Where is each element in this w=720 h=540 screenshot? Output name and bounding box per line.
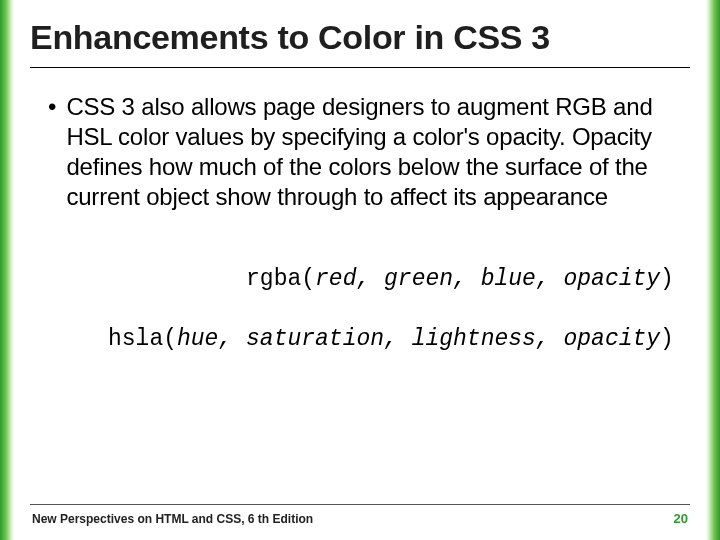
body-area: • CSS 3 also allows page designers to au…	[30, 92, 690, 354]
footer: New Perspectives on HTML and CSS, 6 th E…	[30, 504, 690, 526]
code-line-rgba: rgba(red, green, blue, opacity)	[48, 234, 680, 324]
code-args-hsla: hue, saturation, lightness, opacity	[177, 326, 660, 352]
content-area: Enhancements to Color in CSS 3 • CSS 3 a…	[30, 18, 690, 354]
bullet-text: CSS 3 also allows page designers to augm…	[66, 92, 680, 212]
right-edge-decoration	[706, 0, 720, 540]
slide-title: Enhancements to Color in CSS 3	[30, 18, 690, 68]
bullet-item: • CSS 3 also allows page designers to au…	[48, 92, 680, 212]
code-fn-hsla: hsla(	[108, 326, 177, 352]
left-edge-decoration	[0, 0, 14, 540]
footer-page-number: 20	[674, 511, 688, 526]
slide: Enhancements to Color in CSS 3 • CSS 3 a…	[0, 0, 720, 540]
code-close-rgba: )	[660, 266, 674, 292]
bullet-dot-icon: •	[48, 92, 56, 122]
code-fn-rgba: rgba(	[246, 266, 315, 292]
code-block: rgba(red, green, blue, opacity) hsla(hue…	[48, 234, 680, 354]
code-close-hsla: )	[660, 326, 674, 352]
footer-book-title: New Perspectives on HTML and CSS, 6 th E…	[32, 512, 313, 526]
code-args-rgba: red, green, blue, opacity	[315, 266, 660, 292]
code-line-hsla: hsla(hue, saturation, lightness, opacity…	[48, 324, 680, 354]
